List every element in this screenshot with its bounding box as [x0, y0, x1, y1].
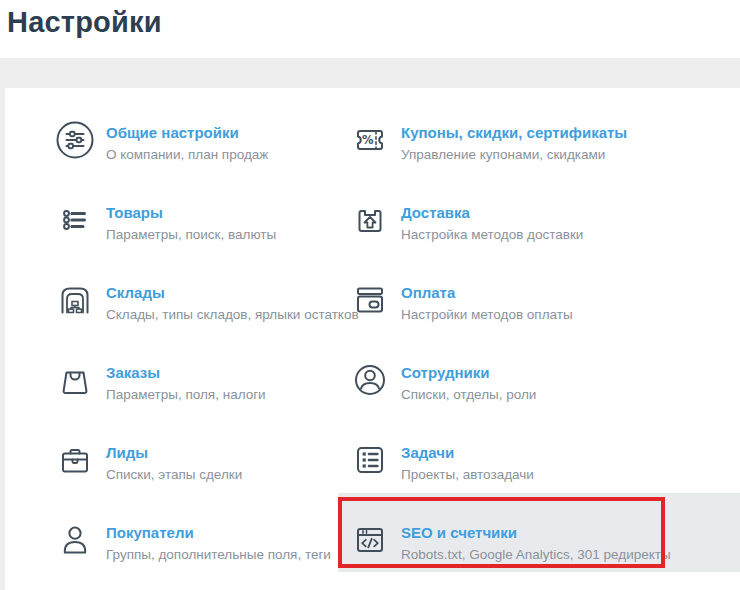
settings-item-payment[interactable]: Оплата Настройки методов оплаты	[350, 280, 740, 360]
item-title-link[interactable]: Доставка	[401, 204, 583, 223]
item-title-link[interactable]: Товары	[106, 204, 276, 223]
user-circle-icon	[350, 360, 390, 400]
item-title-link[interactable]: SEO и счетчики	[401, 524, 671, 543]
item-description: Настройки методов оплаты	[401, 307, 573, 323]
item-title-link[interactable]: Склады	[106, 284, 359, 303]
user-icon	[55, 520, 95, 560]
item-description: Списки, отделы, роли	[401, 387, 536, 403]
settings-item-leads[interactable]: Лиды Списки, этапы сделки	[55, 440, 350, 520]
item-title-link[interactable]: Сотрудники	[401, 364, 536, 383]
item-description: Списки, этапы сделки	[106, 467, 242, 483]
settings-item-orders[interactable]: Заказы Параметры, поля, налоги	[55, 360, 350, 440]
settings-item-employees[interactable]: Сотрудники Списки, отделы, роли	[350, 360, 740, 440]
settings-item-tasks[interactable]: Задачи Проекты, автозадачи	[350, 440, 740, 520]
item-title-link[interactable]: Задачи	[401, 444, 534, 463]
item-title-link[interactable]: Заказы	[106, 364, 266, 383]
item-description: Проекты, автозадачи	[401, 467, 534, 483]
item-title-link[interactable]: Покупатели	[106, 524, 331, 543]
bullet-list-icon	[55, 200, 95, 240]
settings-item-products[interactable]: Товары Параметры, поиск, валюты	[55, 200, 350, 280]
warehouse-icon	[55, 280, 95, 320]
credit-card-icon	[350, 280, 390, 320]
settings-item-general[interactable]: Общие настройки О компании, план продаж	[55, 120, 350, 200]
item-description: Параметры, поля, налоги	[106, 387, 266, 403]
settings-panel: Общие настройки О компании, план продаж …	[5, 88, 740, 590]
item-description: О компании, план продаж	[106, 147, 268, 163]
item-title-link[interactable]: Купоны, скидки, сертификаты	[401, 124, 627, 143]
settings-grid: Общие настройки О компании, план продаж …	[5, 88, 740, 590]
item-title-link[interactable]: Лиды	[106, 444, 242, 463]
item-description: Группы, дополнительные поля, теги	[106, 547, 331, 563]
item-description: Параметры, поиск, валюты	[106, 227, 276, 243]
item-description: Robots.txt, Google Analytics, 301 редире…	[401, 547, 671, 563]
page-title: Настройки	[7, 6, 162, 39]
item-title-link[interactable]: Общие настройки	[106, 124, 268, 143]
code-window-icon	[350, 520, 390, 560]
sliders-icon	[55, 120, 95, 160]
settings-item-coupons[interactable]: % Купоны, скидки, сертификаты Управление…	[350, 120, 740, 200]
item-description: Склады, типы складов, ярлыки остатков	[106, 307, 359, 323]
settings-item-customers[interactable]: Покупатели Группы, дополнительные поля, …	[55, 520, 350, 590]
item-description: Управление купонами, скидками	[401, 147, 627, 163]
briefcase-icon	[55, 440, 95, 480]
item-title-link[interactable]: Оплата	[401, 284, 573, 303]
svg-text:%: %	[362, 133, 374, 147]
coupon-percent-icon: %	[350, 120, 390, 160]
item-description: Настройка методов доставки	[401, 227, 583, 243]
settings-item-delivery[interactable]: Доставка Настройка методов доставки	[350, 200, 740, 280]
settings-item-seo[interactable]: SEO и счетчики Robots.txt, Google Analyt…	[350, 520, 740, 590]
shopping-bag-icon	[55, 360, 95, 400]
settings-item-warehouses[interactable]: Склады Склады, типы складов, ярлыки оста…	[55, 280, 350, 360]
task-list-icon	[350, 440, 390, 480]
package-arrow-up-icon	[350, 200, 390, 240]
